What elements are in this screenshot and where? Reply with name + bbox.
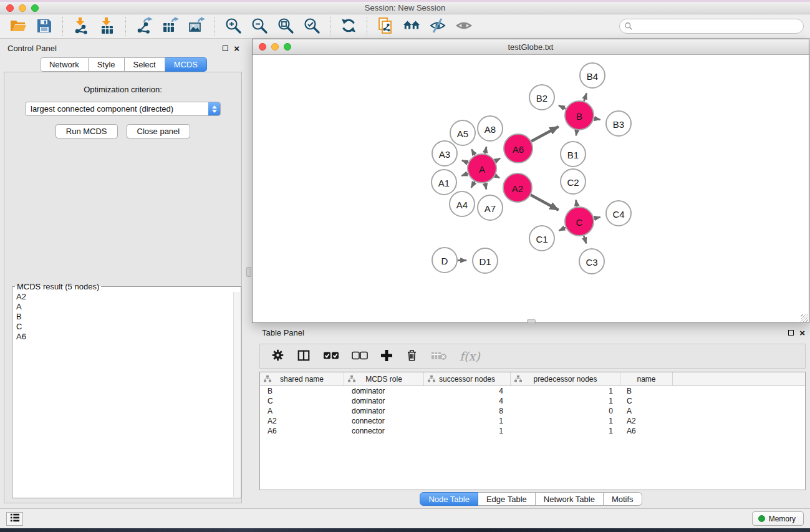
open-file-button[interactable] <box>7 16 29 36</box>
graph-edge-C-C3[interactable] <box>584 236 586 244</box>
graph-edge-A-A7[interactable] <box>485 183 486 190</box>
graph-node-C1[interactable]: C1 <box>529 226 554 251</box>
run-mcds-button[interactable]: Run MCDS <box>55 124 118 138</box>
table-row[interactable]: A2connector11A2 <box>260 416 805 426</box>
table-row[interactable]: Cdominator41C <box>260 396 805 406</box>
graph-node-A1[interactable]: A1 <box>432 170 456 195</box>
float-table-panel-icon[interactable] <box>788 330 794 336</box>
column-header-mcds-role[interactable]: MCDS role <box>344 372 424 385</box>
graph-edge-A2-C[interactable] <box>531 195 559 210</box>
graph-node-A5[interactable]: A5 <box>450 120 475 145</box>
select-all-columns-button[interactable] <box>323 351 339 362</box>
zoom-fit-button[interactable] <box>275 16 296 36</box>
graph-node-A3[interactable]: A3 <box>432 141 457 166</box>
table-row[interactable]: A6connector11A6 <box>260 426 805 436</box>
close-panel-button[interactable]: Close panel <box>127 124 191 138</box>
graph-edge-B-B2[interactable] <box>559 105 566 109</box>
table-row[interactable]: Adominator80A <box>260 406 805 416</box>
graph-edge-A-A4[interactable] <box>471 181 475 188</box>
graph-edge-A-A6[interactable] <box>495 158 500 162</box>
graph-node-B3[interactable]: B3 <box>606 111 631 136</box>
column-header-name[interactable]: name <box>620 372 673 385</box>
close-panel-icon[interactable]: × <box>234 46 239 51</box>
save-session-button[interactable] <box>34 16 55 36</box>
graph-node-D1[interactable]: D1 <box>473 248 498 273</box>
network-window-titlebar[interactable]: testGlobe.txt <box>253 39 809 55</box>
tab-motifs[interactable]: Motifs <box>604 492 642 506</box>
apply-layout-button[interactable] <box>338 16 359 36</box>
hide-graphics-button[interactable] <box>427 16 448 36</box>
tab-network[interactable]: Network <box>40 57 89 72</box>
import-table-button[interactable] <box>97 16 118 36</box>
graph-edge-A-A3[interactable] <box>462 160 468 163</box>
column-header-successor-nodes[interactable]: successor nodes <box>424 372 511 385</box>
column-header-shared-name[interactable]: shared name <box>260 372 344 385</box>
graph-edge-A6-B[interactable] <box>531 127 559 142</box>
graph-edge-C-C1[interactable] <box>559 228 566 231</box>
scrollbar[interactable] <box>233 292 240 497</box>
split-panel-button[interactable] <box>297 349 311 364</box>
list-item[interactable]: B <box>13 312 233 322</box>
tab-mcds[interactable]: MCDS <box>165 57 207 72</box>
graph-edge-A-A5[interactable] <box>471 149 475 155</box>
graph-edge-B-B3[interactable] <box>594 118 600 120</box>
horizontal-splitter-grip[interactable] <box>527 319 536 323</box>
mcds-result-list[interactable]: A2 A B C A6 <box>13 292 233 497</box>
tab-select[interactable]: Select <box>125 57 165 72</box>
reset-views-button[interactable] <box>401 16 422 36</box>
graph-edge-B-B1[interactable] <box>576 130 577 136</box>
table-options-button[interactable] <box>271 349 284 364</box>
graph-edge-A-A8[interactable] <box>485 147 486 153</box>
clone-network-button[interactable] <box>375 16 396 36</box>
graph-node-A4[interactable]: A4 <box>450 191 475 216</box>
task-history-button[interactable] <box>6 512 23 526</box>
zoom-selected-button[interactable] <box>301 16 322 36</box>
close-table-panel-icon[interactable]: × <box>799 330 805 336</box>
tab-node-table[interactable]: Node Table <box>420 492 478 506</box>
graph-edge-C-C2[interactable] <box>576 200 577 207</box>
tab-style[interactable]: Style <box>89 57 125 72</box>
list-item[interactable]: A2 <box>13 292 233 302</box>
graph-node-D[interactable]: D <box>432 248 457 273</box>
add-column-button[interactable] <box>380 349 393 364</box>
memory-button[interactable]: Memory <box>752 511 804 526</box>
graph-edge-A-A2[interactable] <box>495 176 499 178</box>
optimization-select[interactable]: largest connected component (directed) <box>25 102 221 116</box>
list-item[interactable]: A <box>13 302 233 312</box>
table-row[interactable]: Bdominator41B <box>260 386 805 396</box>
graph-node-A[interactable]: A <box>468 154 496 183</box>
graph-node-C[interactable]: C <box>565 207 594 236</box>
import-network-button[interactable] <box>70 16 92 36</box>
graph-edge-A-A1[interactable] <box>461 173 468 176</box>
graph-edge-C-C4[interactable] <box>594 217 600 218</box>
float-panel-icon[interactable] <box>223 46 228 51</box>
graph-node-B4[interactable]: B4 <box>580 63 605 88</box>
graph-node-A8[interactable]: A8 <box>478 116 503 141</box>
tab-network-table[interactable]: Network Table <box>536 492 604 506</box>
graph-node-B[interactable]: B <box>565 101 594 130</box>
export-table-button[interactable] <box>160 16 181 36</box>
window-resize-grip[interactable] <box>801 314 808 322</box>
tab-edge-table[interactable]: Edge Table <box>478 492 536 506</box>
unselect-all-columns-button[interactable] <box>352 351 368 362</box>
graph-node-C2[interactable]: C2 <box>561 169 586 194</box>
export-network-button[interactable] <box>133 16 155 36</box>
list-item[interactable]: A6 <box>13 332 233 342</box>
graph-node-A7[interactable]: A7 <box>478 195 503 220</box>
graph-node-A6[interactable]: A6 <box>504 134 533 163</box>
graph-node-B1[interactable]: B1 <box>561 142 586 167</box>
graph-node-C4[interactable]: C4 <box>606 201 631 226</box>
graph-node-C3[interactable]: C3 <box>579 249 604 274</box>
graph-node-A2[interactable]: A2 <box>503 173 532 202</box>
zoom-out-button[interactable] <box>249 16 270 36</box>
graph-edge-B-B4[interactable] <box>584 94 587 102</box>
export-image-button[interactable] <box>186 16 207 36</box>
show-graphics-button[interactable] <box>453 16 475 36</box>
panel-splitter-grip[interactable] <box>246 267 251 277</box>
list-item[interactable]: C <box>13 322 233 332</box>
graph-node-B2[interactable]: B2 <box>529 85 554 110</box>
column-header-predecessor-nodes[interactable]: predecessor nodes <box>511 372 620 385</box>
network-graph[interactable]: B4B2BB3A8A5A6A3B1AA1C2A2A4A7C4CC1DD1C3 <box>253 55 809 322</box>
zoom-in-button[interactable] <box>223 16 244 36</box>
search-input[interactable] <box>619 19 804 34</box>
